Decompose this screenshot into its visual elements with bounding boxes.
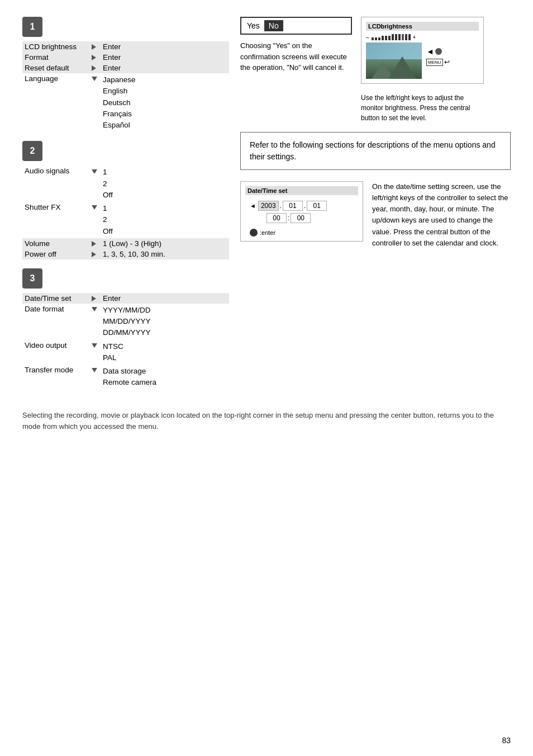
section-1: 1 LCD brightness Enter Format Enter <box>22 17 229 132</box>
lcd-brightness-header: LCDbrightness <box>366 22 479 31</box>
table-row: Language Japanese English Deutsch França… <box>22 73 229 132</box>
yes-no-dialog: Yes No <box>240 17 352 35</box>
datetime-date-fields: ◄ 2003 . 01 . 01 <box>245 201 358 211</box>
datetime-header: Date/Time set <box>245 186 358 195</box>
item-name: Shutter FX <box>22 202 89 238</box>
arrow-indicator <box>89 304 101 340</box>
arrow-indicator <box>89 249 101 259</box>
table-row: Date/Time set Enter <box>22 293 229 304</box>
section-1-table: LCD brightness Enter Format Enter Reset … <box>22 41 229 132</box>
table-row: Power off 1, 3, 5, 10, 30 min. <box>22 249 229 259</box>
center-button-icon <box>435 48 442 55</box>
arrow-indicator <box>89 166 101 202</box>
table-row: Shutter FX 1 2 Off <box>22 202 229 238</box>
lcd-brightness-panel: LCDbrightness – <box>361 17 484 123</box>
minus-icon: – <box>366 34 369 40</box>
brightness-use-text: Use the left/right keys to adjust the mo… <box>361 93 484 123</box>
item-value: 1 (Low) - 3 (High) <box>101 238 229 249</box>
arrow-indicator <box>89 238 101 249</box>
item-name: Audio signals <box>22 166 89 202</box>
item-value: Enter <box>101 293 229 304</box>
item-name: LCD brightness <box>22 41 89 52</box>
arrow-indicator <box>89 365 101 390</box>
section-3: 3 Date/Time set Enter Date format YYYY <box>22 268 229 390</box>
item-name: Reset default <box>22 63 89 73</box>
month-field: 01 <box>283 201 303 211</box>
page-content: 1 LCD brightness Enter Format Enter <box>22 17 511 433</box>
year-field: 2003 <box>258 201 279 211</box>
datetime-enter-row: :enter <box>245 229 358 237</box>
datetime-time-fields: 00 : 00 <box>245 213 358 223</box>
return-icon: ↩ <box>444 58 450 66</box>
arrow-indicator <box>89 52 101 63</box>
item-value: Enter <box>101 52 229 63</box>
item-name: Transfer mode <box>22 365 89 390</box>
arrow-indicator <box>89 340 101 365</box>
table-row: Format Enter <box>22 52 229 63</box>
item-name: Language <box>22 73 89 132</box>
right-column: Yes No Choosing "Yes" on the confirmatio… <box>240 17 511 399</box>
day-field: 01 <box>307 201 327 211</box>
arrow-indicator <box>89 293 101 304</box>
arrow-indicator <box>89 41 101 52</box>
item-name: Video output <box>22 340 89 365</box>
enter-button-icon <box>250 229 258 237</box>
item-name: Power off <box>22 249 89 259</box>
section-number-1: 1 <box>22 17 42 37</box>
lcd-brightness-body: – <box>366 34 479 79</box>
table-row: Reset default Enter <box>22 63 229 73</box>
datetime-description-text: On the date/time setting screen, use the… <box>372 181 511 249</box>
section-3-table: Date/Time set Enter Date format YYYY/MM/… <box>22 293 229 390</box>
left-column: 1 LCD brightness Enter Format Enter <box>22 17 229 399</box>
enter-label: :enter <box>260 229 275 236</box>
plus-icon: + <box>413 34 416 40</box>
table-row: Video output NTSC PAL <box>22 340 229 365</box>
item-values-list: Data storage Remote camera <box>101 365 229 390</box>
left-arrow-icon: ◄ <box>426 47 434 56</box>
item-values-list: 1 2 Off <box>101 202 229 238</box>
datetime-mockup-box: Date/Time set ◄ 2003 . 01 . 01 00 : <box>240 181 363 242</box>
item-name: Date/Time set <box>22 293 89 304</box>
arrow-indicator <box>89 73 101 132</box>
table-row: LCD brightness Enter <box>22 41 229 52</box>
item-value: 1, 3, 5, 10, 30 min. <box>101 249 229 259</box>
item-values-list: NTSC PAL <box>101 340 229 365</box>
item-value: Enter <box>101 63 229 73</box>
item-values-list: YYYY/MM/DD MM/DD/YYYY DD/MM/YYYY <box>101 304 229 340</box>
no-label: No <box>264 20 283 31</box>
item-name: Date format <box>22 304 89 340</box>
hour-field: 00 <box>266 213 287 223</box>
arrow-indicator <box>89 63 101 73</box>
item-values-list: Japanese English Deutsch Français Españo… <box>101 73 229 132</box>
yes-no-area: Yes No Choosing "Yes" on the confirmatio… <box>240 17 352 123</box>
yes-no-description: Choosing "Yes" on the confirmation scree… <box>240 40 352 73</box>
item-values-list: 1 2 Off <box>101 166 229 202</box>
arrow-indicator <box>89 202 101 238</box>
section-2-table: Audio signals 1 2 Off Shutter FX <box>22 166 229 259</box>
yes-label: Yes <box>247 21 260 30</box>
datetime-description: On the date/time setting screen, use the… <box>372 181 511 249</box>
section-2: 2 Audio signals 1 2 Off <box>22 141 229 259</box>
item-name: Volume <box>22 238 89 249</box>
table-row: Date format YYYY/MM/DD MM/DD/YYYY DD/MM/… <box>22 304 229 340</box>
bottom-text: Selecting the recording, movie or playba… <box>22 410 511 433</box>
table-row: Volume 1 (Low) - 3 (High) <box>22 238 229 249</box>
page-number: 83 <box>502 736 511 745</box>
datetime-mockup: Date/Time set ◄ 2003 . 01 . 01 00 : <box>240 181 363 249</box>
lcd-brightness-mockup: LCDbrightness – <box>361 17 484 84</box>
minute-field: 00 <box>291 213 311 223</box>
main-content: 1 LCD brightness Enter Format Enter <box>22 17 511 399</box>
section-number-2: 2 <box>22 141 42 161</box>
section-number-3: 3 <box>22 268 42 289</box>
menu-icon: MENU <box>426 59 443 66</box>
table-row: Transfer mode Data storage Remote camera <box>22 365 229 390</box>
refer-text: Refer to the following sections for desc… <box>250 139 501 163</box>
item-value: Enter <box>101 41 229 52</box>
table-row: Audio signals 1 2 Off <box>22 166 229 202</box>
datetime-area: Date/Time set ◄ 2003 . 01 . 01 00 : <box>240 181 511 249</box>
item-name: Format <box>22 52 89 63</box>
right-panel-top: Yes No Choosing "Yes" on the confirmatio… <box>240 17 511 123</box>
refer-box: Refer to the following sections for desc… <box>240 132 511 170</box>
